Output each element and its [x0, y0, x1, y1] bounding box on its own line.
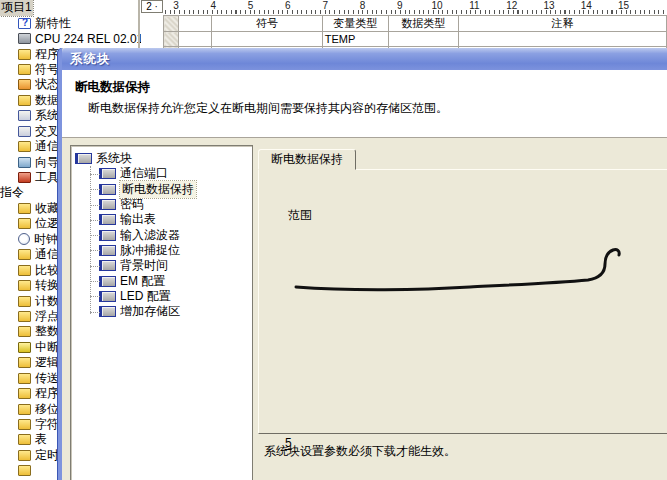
- comment-cell[interactable]: [458, 32, 666, 47]
- interrupt-icon: [18, 342, 31, 353]
- data-block-icon: [18, 95, 31, 106]
- symbol-cell[interactable]: [212, 32, 323, 47]
- dialog-header-title: 断电数据保持: [75, 79, 150, 96]
- convert-icon: [18, 280, 31, 291]
- dialog-tree-item[interactable]: 密码: [71, 197, 252, 212]
- row-selector-cell[interactable]: [164, 32, 179, 47]
- system-block-icon: [18, 110, 31, 121]
- ruler-ticks: [165, 10, 667, 14]
- dialog-tree-item[interactable]: 背景时间: [71, 258, 252, 273]
- module-node-icon: [101, 214, 116, 225]
- sidebar-item-label: 工具: [35, 169, 59, 186]
- sidebar-item-label: CPU 224 REL 02.01: [35, 32, 143, 46]
- ruler: 2 · 3456789101112131415: [141, 0, 667, 14]
- module-node-icon: [101, 245, 116, 256]
- counters-icon: [18, 296, 31, 307]
- module-node-icon: [101, 168, 116, 179]
- tab-panel: [258, 169, 667, 434]
- sidebar-item-label: 比较: [35, 262, 59, 279]
- sidebar-item-project[interactable]: 项目1: [0, 0, 150, 15]
- sidebar-item-label: 转换: [35, 277, 59, 294]
- dialog-tree-item[interactable]: LED 配置: [71, 289, 252, 304]
- sidebar-item-label: 通信: [35, 246, 59, 263]
- range-group-label: 范围: [284, 207, 316, 224]
- dialog-tree-item[interactable]: 脉冲捕捉位: [71, 243, 252, 258]
- dialog-title: 系统块: [70, 51, 111, 68]
- dialog-titlebar[interactable]: 系统块: [62, 48, 667, 70]
- move-icon: [18, 373, 31, 384]
- sidebar-item-label: 新特性: [35, 15, 71, 32]
- dialog-header-description: 断电数据保持允许您定义在断电期间需要保持其内容的存储区范围。: [88, 100, 448, 117]
- favorites-icon: [18, 203, 31, 214]
- sidebar-item-label: 指令: [0, 184, 24, 201]
- cross-reference-icon: [18, 126, 31, 137]
- dialog-header: 断电数据保持 断电数据保持允许您定义在断电期间需要保持其内容的存储区范围。: [62, 70, 667, 138]
- sidebar-item-label: 通信: [35, 138, 59, 155]
- system-block-node-icon: [77, 153, 92, 164]
- dialog-tree-item[interactable]: 断电数据保持: [71, 182, 252, 197]
- clock-icon: [18, 233, 30, 245]
- sidebar-item-cpu[interactable]: CPU 224 REL 02.01: [0, 31, 150, 46]
- index-cell[interactable]: [178, 32, 211, 47]
- table-header-row: 符号变量类型数据类型注释: [164, 16, 667, 32]
- panel-divider: [138, 0, 140, 50]
- variable-table-area: 2 · 3456789101112131415 符号变量类型数据类型注释TEMP: [141, 0, 667, 50]
- tab-retentive-ranges[interactable]: 断电数据保持: [258, 149, 356, 170]
- module-node-icon: [101, 306, 116, 317]
- sidebar-item-whats-new[interactable]: 新特性: [0, 15, 150, 30]
- dialog-tree-item[interactable]: EM 配置: [71, 273, 252, 288]
- dialog-tree-item[interactable]: 输入滤波器: [71, 227, 252, 242]
- column-header-cell: 注释: [458, 16, 666, 32]
- ruler-origin: 2 ·: [141, 0, 163, 13]
- logical-ops-icon: [18, 357, 31, 368]
- var-type-cell[interactable]: TEMP: [322, 32, 388, 47]
- compare-icon: [18, 265, 31, 276]
- integer-math-icon: [18, 326, 31, 337]
- bit-logic-icon: [18, 218, 31, 229]
- dialog-tree-item-label: 增加存储区: [120, 303, 180, 320]
- module-node-icon: [101, 291, 116, 302]
- column-header-cell: 数据类型: [388, 16, 458, 32]
- column-header-cell: 符号: [212, 16, 323, 32]
- string-icon: [18, 419, 31, 430]
- table-row: TEMP: [164, 32, 667, 47]
- shift-rotate-icon: [18, 404, 31, 415]
- module-node-icon: [101, 230, 116, 241]
- status-chart-icon: [18, 79, 31, 90]
- dialog-tree: 系统块通信端口断电数据保持密码输出表输入滤波器脉冲捕捉位背景时间EM 配置LED…: [70, 145, 253, 480]
- row-selector-cell: [164, 16, 179, 32]
- sidebar-item-label: 时钟: [34, 231, 58, 248]
- communications-icon: [18, 141, 31, 152]
- sidebar-item-label: 项目1: [0, 0, 33, 16]
- module-node-icon: [101, 199, 116, 210]
- module-node-icon: [101, 184, 116, 195]
- sidebar-item-label: 表: [35, 431, 47, 448]
- dialog-tree-item[interactable]: 增加存储区: [71, 304, 252, 319]
- data-type-cell[interactable]: [388, 32, 458, 47]
- whats-new-icon: [18, 18, 31, 29]
- communications-icon: [18, 249, 31, 260]
- tools-icon: [18, 172, 31, 183]
- system-block-dialog: 系统块 断电数据保持 断电数据保持允许您定义在断电期间需要保持其内容的存储区范围…: [58, 48, 667, 480]
- clipped-icon: [18, 465, 31, 476]
- index-header-cell: [178, 16, 211, 32]
- float-math-icon: [18, 311, 31, 322]
- wizard-icon: [18, 157, 31, 168]
- tab-label: 断电数据保持: [271, 151, 343, 168]
- table-icon: [18, 434, 31, 445]
- sidebar-item-label: 中断: [35, 339, 59, 356]
- dialog-tree-item[interactable]: 输出表: [71, 212, 252, 227]
- dialog-tree-item[interactable]: 通信端口: [71, 166, 252, 181]
- module-node-icon: [101, 260, 116, 271]
- timers-icon: [18, 450, 31, 461]
- dialog-tree-root[interactable]: 系统块: [71, 151, 252, 166]
- sidebar-item-label: 向导: [35, 154, 59, 171]
- sidebar-item-label: 传送: [35, 370, 59, 387]
- column-header-cell: 变量类型: [322, 16, 388, 32]
- program-control-icon: [18, 388, 31, 399]
- footer-note: 系统块设置参数必须下载才能生效。: [264, 443, 456, 460]
- symbol-table-icon: [18, 64, 31, 75]
- program-block-icon: [18, 49, 31, 60]
- module-node-icon: [101, 276, 116, 287]
- cpu-icon: [18, 33, 31, 44]
